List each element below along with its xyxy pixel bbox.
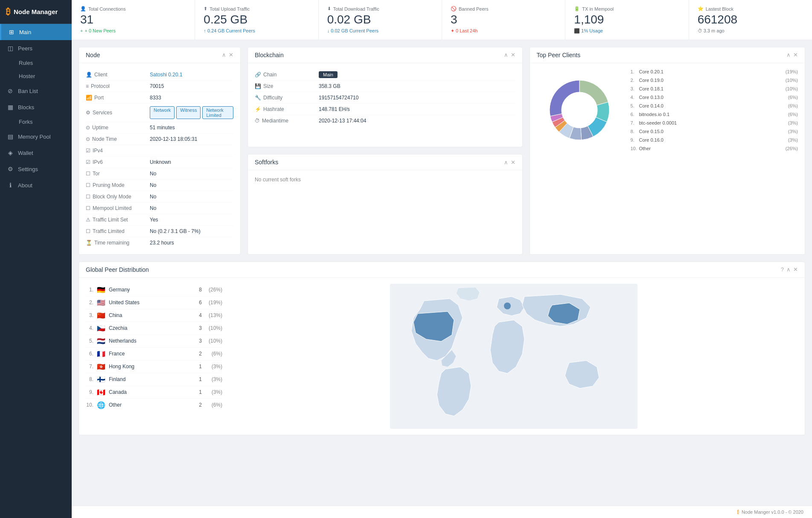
- blockchain-info-row: ⏱ Mediantime 2020-12-13 17:44:04: [255, 115, 515, 126]
- info-label: ⊙ Uptime: [86, 125, 150, 131]
- close-icon[interactable]: ✕: [511, 52, 515, 58]
- info-value: Satoshi 0.20.1: [150, 72, 233, 78]
- field-icon: ⏱: [255, 118, 260, 124]
- peer-rank: 7.: [631, 120, 637, 125]
- peer-rank: 10.: [631, 146, 637, 151]
- blockchain-header: Blockchain ∧ ✕: [248, 47, 522, 63]
- global-peers-card: Global Peer Distribution ? ∧ ✕ 1. 🇩🇪 Ger…: [79, 262, 805, 435]
- peer-name: Core 0.13.0: [639, 95, 788, 100]
- close-icon[interactable]: ✕: [229, 52, 233, 58]
- blockchain-controls: ∧ ✕: [504, 52, 515, 58]
- field-icon: 👤: [86, 72, 92, 78]
- help-icon[interactable]: ?: [781, 266, 784, 273]
- collapse-icon[interactable]: ∧: [504, 52, 508, 58]
- country-count: 4: [193, 312, 202, 318]
- banned-label: Banned Peers: [459, 6, 489, 12]
- node-info-row: ☑ IPv6 Unknown: [86, 157, 233, 168]
- country-pct: (26%): [205, 287, 222, 293]
- sidebar-item-forks[interactable]: Forks: [14, 115, 72, 128]
- close-icon[interactable]: ✕: [793, 52, 798, 58]
- sidebar-item-ban-list[interactable]: ⊘ Ban List: [0, 83, 72, 99]
- country-pct: (6%): [205, 402, 222, 408]
- node-info-row: ☐ Tor No: [86, 168, 233, 180]
- main-icon: ⊞: [8, 29, 15, 35]
- connections-sub-icon: +: [80, 28, 83, 33]
- sidebar-item-hoster[interactable]: Hoster: [14, 70, 72, 83]
- country-pct: (19%): [205, 300, 222, 306]
- field-icon: 🔧: [255, 95, 261, 101]
- blockchain-card: Blockchain ∧ ✕ 🔗 Chain Main💾 Size 358.3 …: [247, 47, 523, 148]
- peer-rank: 1.: [631, 69, 637, 74]
- stat-connections: 👤 Total Connections 31 + + 0 New Peers: [72, 0, 195, 40]
- sidebar-item-about[interactable]: ℹ About: [0, 177, 72, 193]
- country-row: 4. 🇨🇿 Czechia 3 (10%): [86, 322, 222, 335]
- country-flag: 🇺🇸: [97, 299, 105, 307]
- country-rank: 7.: [86, 364, 93, 370]
- sidebar-item-label: Memory Pool: [18, 134, 51, 140]
- country-count: 8: [193, 287, 202, 293]
- mempool-sub: ⬛ 1% Usage: [574, 28, 680, 34]
- settings-icon: ⚙: [7, 166, 14, 172]
- info-value: 2020-12-13 18:05:31: [150, 136, 233, 142]
- sidebar-item-main[interactable]: ⊞ Main: [0, 24, 72, 40]
- upload-sub: ↑ 0.24 GB Current Peers: [204, 28, 309, 33]
- stat-mempool: 🔋 TX in Mempool 1,109 ⬛ 1% Usage: [565, 0, 689, 40]
- sidebar-item-label: Rules: [19, 60, 33, 66]
- world-map-svg: [390, 284, 637, 429]
- footer-version: Node Manger v1.0.0 - © 2020: [742, 509, 803, 515]
- country-flag: 🇨🇳: [97, 311, 105, 320]
- country-count: 2: [193, 402, 202, 408]
- upload-label: Total Upload Traffic: [210, 6, 250, 12]
- collapse-icon[interactable]: ∧: [222, 52, 226, 58]
- sidebar-item-peers[interactable]: ◫ Peers: [0, 40, 72, 56]
- close-icon[interactable]: ✕: [511, 159, 515, 166]
- top-peers-header: Top Peer Clients ∧ ✕: [530, 47, 805, 63]
- country-rank: 1.: [86, 287, 93, 293]
- info-value: 148.781 EH/s: [319, 106, 515, 112]
- global-peers-header: Global Peer Distribution ? ∧ ✕: [79, 262, 805, 278]
- sidebar-item-settings[interactable]: ⚙ Settings: [0, 161, 72, 177]
- info-label: ⚡ Hashrate: [255, 106, 319, 112]
- mempool-stat-icon: 🔋: [574, 6, 580, 12]
- country-rank: 6.: [86, 351, 93, 357]
- block-icon: ⭐: [698, 6, 704, 12]
- peers-list-item: 2. Core 0.19.0 (10%): [631, 76, 798, 84]
- country-flag: 🇨🇦: [97, 388, 105, 396]
- sidebar-sub-peers: Rules Hoster: [0, 56, 72, 83]
- sidebar-item-rules[interactable]: Rules: [14, 56, 72, 70]
- close-icon[interactable]: ✕: [793, 266, 798, 273]
- country-pct: (3%): [205, 389, 222, 395]
- peer-name: Core 0.20.1: [639, 69, 786, 74]
- sidebar-item-blocks[interactable]: ▦ Blocks: [0, 99, 72, 115]
- info-value: 358.3 GB: [319, 83, 515, 89]
- country-row: 5. 🇳🇱 Netherlands 3 (10%): [86, 335, 222, 348]
- peers-icon: ◫: [7, 45, 14, 52]
- sidebar: ₿ Node Manager ⊞ Main ◫ Peers Rules Host…: [0, 0, 72, 518]
- content-area: Node ∧ ✕ 👤 Client Satoshi 0.20.1≡ Protoc…: [72, 40, 812, 506]
- stat-banned: 🚫 Banned Peers 3 ✦ 0 Last 24h: [442, 0, 565, 40]
- collapse-icon[interactable]: ∧: [504, 159, 508, 166]
- sidebar-item-memory-pool[interactable]: ▤ Memory Pool: [0, 128, 72, 145]
- blocks-icon: ▦: [7, 104, 14, 111]
- banned-value: 3: [451, 13, 556, 26]
- node-info-row: ☐ Mempool Limited No: [86, 203, 233, 214]
- top-peers-body: 1. Core 0.20.1 (19%) 2. Core 0.19.0 (10%…: [530, 63, 805, 157]
- country-pct: (3%): [205, 364, 222, 370]
- collapse-icon[interactable]: ∧: [786, 52, 791, 58]
- country-name: Canada: [109, 389, 190, 395]
- country-name: United States: [109, 300, 190, 306]
- country-rank: 8.: [86, 376, 93, 382]
- service-badge: Network Limited: [202, 106, 233, 119]
- global-peers-title: Global Peer Distribution: [86, 266, 149, 273]
- country-flag: 🇫🇮: [97, 375, 105, 384]
- app-title: Node Manager: [14, 8, 58, 15]
- node-info-row: 👤 Client Satoshi 0.20.1: [86, 69, 233, 81]
- softforks-body: No current soft forks: [248, 170, 522, 189]
- collapse-icon[interactable]: ∧: [786, 266, 791, 273]
- country-name: Germany: [109, 287, 190, 293]
- block-sub: ⏱ 3.3 m ago: [698, 28, 803, 33]
- sidebar-item-wallet[interactable]: ◈ Wallet: [0, 145, 72, 161]
- ban-icon: ⊘: [7, 87, 14, 94]
- bitcoin-icon: ₿: [6, 7, 10, 17]
- node-card-body: 👤 Client Satoshi 0.20.1≡ Protocol 70015📶…: [79, 63, 240, 254]
